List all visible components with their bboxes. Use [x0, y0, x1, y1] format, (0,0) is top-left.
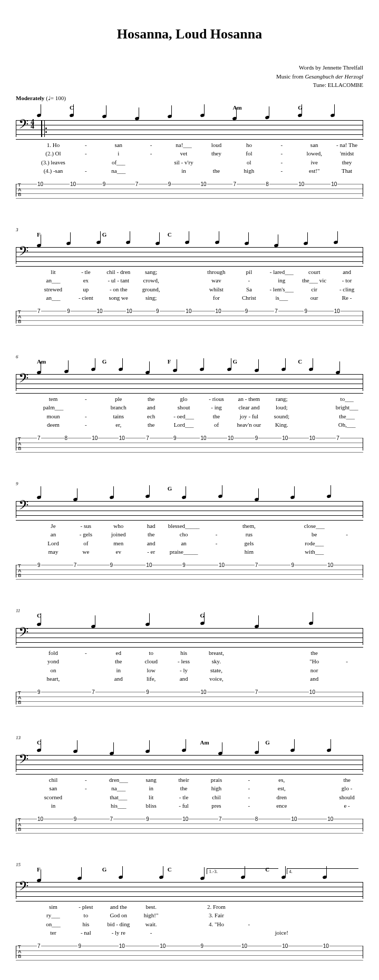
lyric-syllable: chil - dren — [102, 268, 135, 277]
repeat-barline-icon — [41, 120, 45, 137]
lyric-syllable: - — [200, 530, 233, 539]
chord-symbol — [232, 485, 265, 493]
lyric-syllable: branch — [102, 403, 135, 412]
lyric-verse-line: inhis___bliss- fulpres-encee - — [37, 801, 363, 810]
lyric-syllable — [232, 928, 265, 937]
lyric-syllable: for — [200, 293, 233, 302]
chord-symbol: C — [168, 866, 200, 874]
lyric-syllable: - — [70, 412, 102, 421]
lyric-syllable: - — [232, 920, 265, 929]
chord-symbol: G — [232, 358, 265, 366]
lyric-verse-line: sim- plestand thebest.2. From — [37, 903, 363, 912]
lyric-syllable — [70, 657, 102, 666]
lyric-syllable — [168, 920, 200, 929]
lyric-syllable: ex — [70, 276, 102, 285]
lyric-syllable: - na! The — [331, 141, 363, 150]
music-staff: 𝄢 — [16, 494, 363, 520]
volta-bracket: 1.-3. — [207, 868, 278, 874]
chord-symbol — [70, 485, 102, 493]
chord-symbol: Am — [232, 104, 265, 112]
lyric-syllable: bid - ding — [102, 920, 135, 929]
lyric-verse-line: strewedup- on theground,whilstSa- lem's_… — [37, 285, 363, 294]
chord-symbol — [298, 739, 331, 747]
lyric-syllable — [70, 674, 102, 683]
lyric-syllable: praise_____ — [168, 547, 200, 556]
lyric-syllable: - — [265, 158, 298, 167]
chord-symbol: F — [168, 358, 200, 366]
lyric-syllable: ive — [298, 158, 331, 167]
lyric-syllable: on — [37, 666, 70, 675]
tab-clef-label: TAB — [18, 564, 22, 578]
tablature-staff: TAB7910109101010 — [16, 942, 363, 963]
tablature-staff: TAB97910710 — [16, 688, 363, 709]
chord-symbol: C — [168, 231, 200, 239]
lyric-syllable: - sus — [70, 522, 102, 531]
lyric-verse-line: oninlow- lystate,nor — [37, 666, 363, 675]
lyric-syllable: that___ — [102, 793, 135, 802]
chord-symbol: C — [298, 358, 331, 366]
lyric-syllable — [232, 674, 265, 683]
lyric-verse-line: an___ex- ul - tantcrowd,wav-ingthe___ vi… — [37, 276, 363, 285]
lyrics-block: sim- plestand thebest.2. Fromry___toGod … — [16, 903, 363, 937]
lyric-syllable: an___ — [37, 293, 70, 302]
lyric-syllable: - rious — [200, 395, 233, 404]
lyric-syllable: sound; — [265, 412, 298, 421]
lyric-syllable: the — [135, 395, 168, 404]
tab-clef-label: TAB — [18, 945, 22, 959]
bass-clef-icon: 𝄢 — [18, 245, 28, 261]
lyric-syllable: the___ — [331, 412, 363, 421]
chord-symbol: C — [70, 104, 102, 112]
lyric-syllable: Lord — [37, 539, 70, 548]
lyric-verse-line: an- gelsjoinedthecho-rusbe- — [37, 530, 363, 539]
lyric-syllable: whilst — [200, 285, 233, 294]
lyric-syllable: nor — [298, 666, 331, 675]
lyric-verse-line: (2.) Ol-i-vettheyfol-lowed,'midst — [37, 149, 363, 158]
lyric-verse-line: (3.) leavesof___sil - v'ryol-ivethey — [37, 158, 363, 167]
lyric-syllable: san — [37, 784, 70, 793]
lyric-syllable: - — [200, 539, 233, 548]
lyric-syllable: tem — [37, 395, 70, 404]
words-credit: Words by Jennette Threlfall — [16, 63, 363, 72]
lyric-verse-line: ry___toGod onhigh!"3. Fair — [37, 911, 363, 920]
music-staff: 𝄢44 — [16, 113, 363, 139]
music-staff: 𝄢 — [16, 621, 363, 647]
lyric-syllable: sil - v'ry — [168, 158, 200, 167]
lyric-syllable: pil — [232, 268, 265, 277]
lyric-syllable: and — [168, 674, 200, 683]
chord-symbol: C — [37, 739, 70, 747]
lyric-verse-line: ter- nal- ly re-joice! — [37, 928, 363, 937]
lyric-syllable: chil — [37, 776, 70, 785]
lyric-syllable — [298, 920, 331, 929]
lyric-verse-line: deem-er,theLord___ofheav'n ourKing.Oh,__… — [37, 420, 363, 429]
chord-symbol — [135, 612, 168, 620]
lyric-verse-line: mayweev- erpraise_____himwith___ — [37, 547, 363, 556]
lyric-syllable — [298, 420, 331, 429]
lyric-syllable: sim — [37, 903, 70, 912]
lyric-syllable — [232, 649, 265, 658]
lyric-syllable — [70, 158, 102, 167]
chord-row: FGC — [16, 231, 363, 239]
lyric-syllable: 'midst — [331, 149, 363, 158]
lyric-syllable: (2.) Ol — [37, 149, 70, 158]
tablature-staff: TAB7910109101097910 — [16, 307, 363, 328]
lyric-syllable: and — [331, 268, 363, 277]
lyric-syllable: low — [135, 666, 168, 675]
lyric-syllable: - nal — [70, 928, 102, 937]
lyric-syllable: sing; — [135, 293, 168, 302]
chord-symbol — [37, 104, 70, 112]
chord-symbol — [232, 231, 265, 239]
chord-symbol: G — [102, 358, 135, 366]
lyric-syllable: joice! — [265, 928, 298, 937]
lyric-syllable — [200, 928, 233, 937]
lyric-syllable: palm___ — [37, 403, 70, 412]
chord-row: CAmG — [16, 104, 363, 112]
lyric-syllable: best. — [135, 903, 168, 912]
lyric-syllable: an___ — [37, 276, 70, 285]
chord-row: CAmG — [16, 739, 363, 747]
lyric-syllable: ho — [232, 141, 265, 150]
lyric-syllable: - — [70, 166, 102, 175]
lyric-syllable — [298, 903, 331, 912]
lyric-syllable: - oed___ — [168, 412, 200, 421]
lyric-syllable: cir — [298, 285, 331, 294]
chord-symbol: G — [102, 866, 135, 874]
